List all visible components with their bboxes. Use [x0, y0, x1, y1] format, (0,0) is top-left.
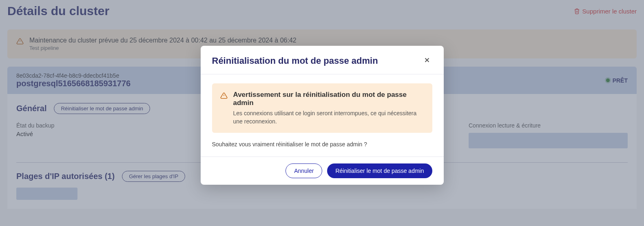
close-icon — [423, 56, 431, 64]
modal-warning-text: Les connexions utilisant ce login seront… — [233, 110, 424, 125]
modal-warning-title: Avertissement sur la réinitialisation du… — [233, 91, 424, 107]
cancel-button[interactable]: Annuler — [285, 163, 322, 178]
modal-title: Réinitialisation du mot de passe admin — [212, 56, 378, 66]
modal-question: Souhaitez vous vraiment réinitialiser le… — [212, 141, 432, 148]
modal-overlay: Réinitialisation du mot de passe admin A… — [0, 0, 644, 226]
close-button[interactable] — [422, 55, 432, 67]
modal-warning-banner: Avertissement sur la réinitialisation du… — [212, 83, 432, 133]
confirm-reset-button[interactable]: Réinitialiser le mot de passe admin — [327, 163, 432, 178]
reset-password-modal: Réinitialisation du mot de passe admin A… — [201, 46, 444, 185]
warning-icon — [220, 92, 228, 99]
